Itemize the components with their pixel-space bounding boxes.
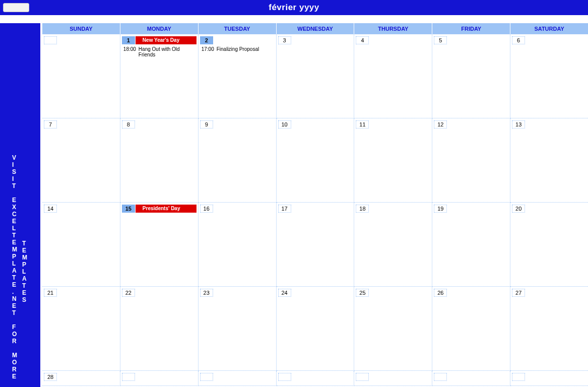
day-cell[interactable]: 7 [42,118,120,203]
day-cell[interactable]: 6 [510,34,588,118]
week-row: 1New Year's Day18:00Hang Out with Old Fr… [42,34,588,118]
day-cell[interactable] [120,371,199,386]
day-cell[interactable]: 14 [42,203,120,287]
day-header-thursday: THURSDAY [354,23,432,34]
day-cell[interactable]: 23 [199,287,277,371]
week-row: 28 [42,371,588,386]
date-number: 25 [356,289,369,297]
date-number: 10 [278,120,291,128]
date-number [200,373,213,381]
header-title: février yyyy [0,3,588,13]
date-number: 12 [434,120,447,128]
day-cell[interactable]: 19 [432,203,510,287]
date-number: 18 [356,205,369,213]
day-cell[interactable]: 22 [120,287,199,371]
day-cell[interactable] [277,371,355,386]
event-item[interactable]: 18:00Hang Out with Old Friends [122,46,197,57]
header-bar: février yyyy [0,0,588,15]
date-number: 2 [200,36,213,44]
day-header-monday: MONDAY [120,23,199,34]
holiday-badge: Presidents' Day [136,205,197,213]
day-cell[interactable]: 4 [354,34,432,118]
day-cell[interactable]: 20 [510,203,588,287]
day-cell[interactable]: 15Presidents' Day [120,203,199,287]
date-number: 20 [512,205,525,213]
date-number: 23 [200,289,213,297]
day-cell[interactable]: 25 [354,287,432,371]
day-cell[interactable]: 8 [120,118,199,203]
event-time: 18:00 [122,46,136,57]
day-header-sunday: SUNDAY [42,23,120,34]
day-cell[interactable]: 5 [432,34,510,118]
day-cell[interactable]: 18 [354,203,432,287]
week-row: 1415Presidents' Day1617181920 [42,203,588,287]
calendar: SUNDAY MONDAY TUESDAY WEDNESDAY THURSDAY… [40,15,588,387]
day-cell[interactable]: 27 [510,287,588,371]
date-number: 8 [122,120,135,128]
day-header-friday: FRIDAY [432,23,510,34]
day-cell[interactable]: 1New Year's Day18:00Hang Out with Old Fr… [120,34,199,118]
day-cell[interactable]: 17 [277,203,355,287]
day-cell[interactable]: 11 [354,118,432,203]
day-cell[interactable]: 16 [199,203,277,287]
day-cell[interactable]: 217:00Finalizing Proposal [199,34,277,118]
day-cell[interactable] [432,371,510,386]
date-number: 22 [122,289,135,297]
date-number: 21 [44,289,57,297]
date-number: 3 [278,36,291,44]
day-cell[interactable] [510,371,588,386]
date-number: 24 [278,289,291,297]
day-cell[interactable]: 3 [277,34,355,118]
day-cell[interactable]: 28 [42,371,120,386]
date-number: 9 [200,120,213,128]
day-cell[interactable]: 13 [510,118,588,203]
day-cell[interactable]: 24 [277,287,355,371]
week-row: 21222324252627 [42,287,588,371]
sidebar-promo-text-2: T E M P L A T E S [22,240,28,303]
holiday-badge: New Year's Day [136,36,197,44]
date-number: 26 [434,289,447,297]
day-header-wednesday: WEDNESDAY [277,23,355,34]
date-number: 13 [512,120,525,128]
sidebar: V I S I T E X C E L T E M P L A T E . N … [0,23,40,387]
day-cell[interactable] [42,34,120,118]
day-cell[interactable]: 10 [277,118,355,203]
date-number [122,373,135,381]
header-year-input[interactable] [3,3,29,12]
event-time: 17:00 [200,46,214,52]
week-row: 78910111213 [42,118,588,203]
weeks-container: 1New Year's Day18:00Hang Out with Old Fr… [42,34,588,386]
event-text: Finalizing Proposal [217,46,275,52]
date-number: 14 [44,205,57,213]
date-number: 15 [122,205,135,213]
day-cell[interactable]: 9 [199,118,277,203]
day-header-row: SUNDAY MONDAY TUESDAY WEDNESDAY THURSDAY… [42,23,588,34]
event-text: Hang Out with Old Friends [139,46,197,57]
date-number [356,373,369,381]
date-number [434,373,447,381]
day-cell[interactable]: 26 [432,287,510,371]
date-number [44,36,57,44]
date-number: 11 [356,120,369,128]
date-number: 4 [356,36,369,44]
date-number: 27 [512,289,525,297]
day-cell[interactable]: 12 [432,118,510,203]
date-number [512,373,525,381]
day-cell[interactable] [354,371,432,386]
date-number: 19 [434,205,447,213]
day-header-tuesday: TUESDAY [199,23,277,34]
event-item[interactable]: 17:00Finalizing Proposal [200,46,275,52]
date-number: 28 [44,373,57,381]
day-cell[interactable]: 21 [42,287,120,371]
date-number: 6 [512,36,525,44]
day-header-saturday: SATURDAY [510,23,588,34]
date-number: 16 [200,205,213,213]
sidebar-promo-text: V I S I T E X C E L T E M P L A T E . N … [12,154,18,380]
date-number: 1 [122,36,135,44]
date-number: 7 [44,120,57,128]
day-cell[interactable] [199,371,277,386]
date-number [278,373,291,381]
date-number: 5 [434,36,447,44]
date-number: 17 [278,205,291,213]
